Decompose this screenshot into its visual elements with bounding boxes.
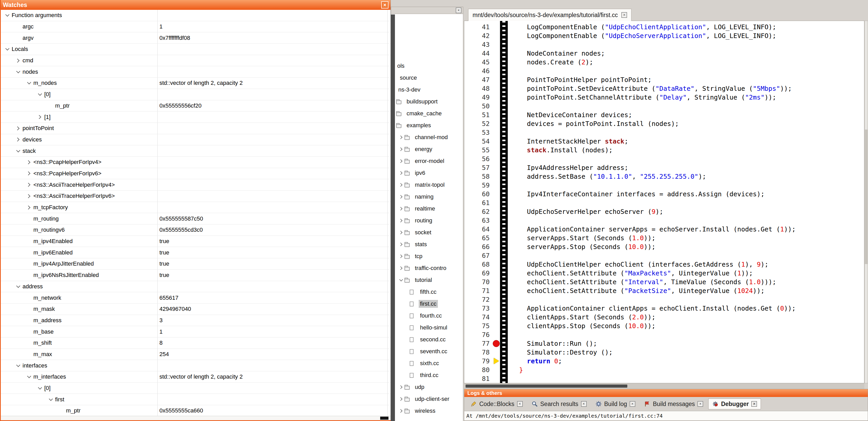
expander-icon[interactable] [398,207,404,210]
line-marker-area[interactable] [493,84,500,93]
tree-item[interactable]: stats [398,238,463,250]
close-icon[interactable]: × [698,401,703,407]
tab-build-log[interactable]: Build log× [592,398,639,409]
expander-icon[interactable] [14,150,23,152]
line-marker-area[interactable] [493,260,500,269]
line-marker-area[interactable] [493,119,500,128]
close-icon[interactable]: × [751,401,757,407]
scrollbar-thumb[interactable] [466,385,627,388]
line-marker-area[interactable] [493,251,500,260]
line-marker-area[interactable] [493,93,500,102]
line-marker-area[interactable] [493,348,500,357]
watch-row[interactable]: m_network655617 [1,292,391,303]
expander-icon[interactable] [25,195,33,198]
tree-item[interactable]: examples [391,120,463,131]
line-marker-area[interactable] [493,278,500,286]
watch-row[interactable]: m_ptr0x55555556cf20 [1,100,391,112]
expander-icon[interactable] [398,136,404,139]
watch-row[interactable]: [1] [1,111,391,123]
watch-row[interactable]: m_mask4294967040 [1,303,391,315]
code-editor[interactable]: 41 LogComponentEnable ("UdpEchoClientApp… [464,21,864,383]
tree-item[interactable]: energy [398,143,463,155]
tree-item[interactable]: hello-simul [410,322,463,333]
line-marker-area[interactable] [493,216,500,225]
tree-item[interactable]: tcp [398,250,463,262]
line-marker-area[interactable] [493,110,500,119]
watch-row[interactable]: Function arguments [1,10,391,21]
tree-item[interactable]: error-model [398,155,463,167]
line-marker-area[interactable] [493,154,500,163]
expander-icon[interactable] [398,219,404,222]
expander-icon[interactable] [398,243,404,246]
expander-icon[interactable] [398,386,404,388]
tree-item[interactable]: udp [398,381,463,393]
line-marker-area[interactable] [493,339,500,348]
line-marker-area[interactable] [493,128,500,137]
line-marker-area[interactable] [493,163,500,172]
watch-row[interactable]: address [1,281,391,292]
line-marker-area[interactable] [493,75,500,84]
close-icon[interactable]: × [517,401,523,407]
watch-row[interactable]: pointToPoint [1,123,391,134]
watch-row[interactable]: m_interfacesstd::vector of length 2, cap… [1,371,391,383]
line-marker-area[interactable] [493,58,500,66]
line-marker-area[interactable] [493,233,500,242]
close-icon[interactable]: × [621,12,627,18]
watch-row[interactable]: <ns3::PcapHelperForIpv4> [1,157,391,168]
line-marker-area[interactable] [493,225,500,233]
watch-row[interactable]: <ns3::AsciiTraceHelperForIpv4> [1,179,391,191]
scrollbar-thumb[interactable] [380,417,389,420]
tree-item[interactable]: udp-client-ser [398,393,463,405]
tree-item[interactable]: routing [398,215,463,227]
close-icon[interactable]: × [581,401,587,407]
watch-row[interactable]: m_ipv4Enabledtrue [1,236,391,247]
expander-icon[interactable] [398,231,404,234]
expander-icon[interactable] [398,160,404,162]
watch-row[interactable]: Locals [1,44,391,55]
expander-icon[interactable] [14,59,23,62]
close-icon[interactable]: × [630,401,636,407]
watches-title-bar[interactable]: Watches × [1,0,391,10]
expander-icon[interactable] [14,286,23,287]
line-marker-area[interactable] [493,198,500,207]
expander-icon[interactable] [398,410,404,412]
line-marker-area[interactable] [493,242,500,251]
expander-icon[interactable] [25,206,33,209]
expander-icon[interactable] [3,48,12,50]
line-marker-area[interactable] [493,313,500,321]
tree-item[interactable]: traffic-contro [398,262,463,274]
watch-row[interactable]: <ns3::PcapHelperForIpv6> [1,168,391,180]
expander-icon[interactable] [398,184,404,186]
watch-row[interactable]: m_routingv60x5555555cd3c0 [1,224,391,236]
watch-row[interactable]: [0] [1,89,391,100]
line-marker-area[interactable] [493,40,500,49]
scrollbar-thumb[interactable] [865,130,867,264]
line-marker-area[interactable] [493,31,500,40]
tab-code-blocks[interactable]: Code::Blocks× [467,398,526,409]
watch-row[interactable]: interfaces [1,360,391,371]
tree-item[interactable]: channel-mod [398,131,463,143]
watch-row[interactable]: m_tcpFactory [1,202,391,213]
line-marker-area[interactable] [493,365,500,374]
line-marker-area[interactable] [493,23,500,31]
watch-row[interactable]: m_nodesstd::vector of length 2, capacity… [1,77,391,89]
tab-debugger[interactable]: Debugger× [708,398,761,409]
watch-row[interactable]: m_shift8 [1,337,391,349]
watch-row[interactable]: m_address3 [1,315,391,326]
tree-item[interactable]: realtime [398,203,463,215]
line-marker-area[interactable] [493,137,500,145]
expander-icon[interactable] [25,376,33,378]
watch-row[interactable]: m_max254 [1,349,391,360]
expander-icon[interactable] [25,172,33,175]
watch-row[interactable]: m_routing0x555555587c50 [1,213,391,224]
expander-icon[interactable] [398,255,404,258]
watch-row[interactable]: m_ipv4ArpJitterEnabledtrue [1,258,391,270]
watch-row[interactable]: [0] [1,383,391,394]
expander-icon[interactable] [25,161,33,164]
tree-item[interactable]: matrix-topol [398,179,463,191]
tree-vertical-scrollbar[interactable] [391,14,395,421]
expander-icon[interactable] [398,172,404,174]
breakpoint-icon[interactable] [493,340,500,347]
tree-item[interactable]: buildsupport [391,96,463,107]
expander-icon[interactable] [35,387,44,389]
